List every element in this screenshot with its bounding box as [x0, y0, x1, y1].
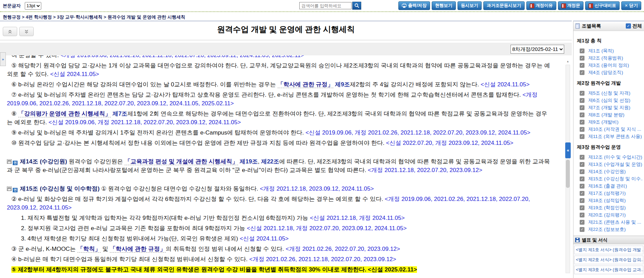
article-list-item[interactable]: ✓제6조 (심의 및 선정) [576, 97, 643, 104]
article-link[interactable]: 제3조 (용어의 정의) [588, 62, 629, 68]
content-scrollbar-thumb[interactable] [566, 160, 570, 188]
article-link[interactable]: 제11조 (외부 콘텐츠 사용) [588, 133, 642, 140]
regulation-link[interactable]: 「교육과정 편성 및 개설에 관한 시행세칙」 [125, 158, 238, 165]
article-link[interactable]: 제17조 (성적평가) [588, 190, 626, 196]
article-checkbox[interactable]: ✓ [580, 184, 584, 189]
article-link[interactable]: 제14조 (수강인원) [588, 169, 626, 175]
article-list-item[interactable]: ✓제17조 (성적평가) [576, 190, 643, 197]
article-checkbox[interactable]: ✓ [580, 113, 584, 117]
toolbar-button[interactable]: 출력/저장 [398, 1, 430, 10]
regulation-link[interactable]: 「학사에 관한 규정」 [110, 246, 165, 253]
article-link[interactable]: 제18조 (성적입력) [588, 197, 626, 204]
article-list-item[interactable]: ✓제9조 (개발비) [576, 118, 643, 126]
article-list-item[interactable]: ✓제14조 (수강인원) [576, 168, 643, 175]
article-list-item[interactable]: ✓제22조 (정보보호) [576, 226, 643, 233]
article-list-item[interactable]: ✓제7조 (개발 및 지원) [576, 104, 643, 111]
article-list-item[interactable]: ✓제1조 (목적) [576, 47, 643, 54]
article-link[interactable]: 제19조 (학점인정) [588, 205, 626, 211]
article-link[interactable]: 제10조 (저작권 및 지식 ... [588, 126, 641, 132]
article-checkbox[interactable]: ✓ [580, 205, 584, 210]
article-list-item[interactable]: ✓제3조 (용어의 정의) [576, 62, 643, 69]
article-checkbox[interactable]: ✓ [580, 105, 584, 110]
article-link[interactable]: 제22조 (정보보호) [588, 226, 626, 233]
search-button[interactable] [352, 2, 361, 10]
article-link[interactable]: 제13조 (수업개설 및 운영) [588, 161, 642, 168]
quick-scroll-handle[interactable]: » [0, 52, 6, 66]
article-checkbox[interactable]: ✓ [580, 162, 584, 167]
article-ref-link[interactable]: 제22조 [261, 158, 279, 165]
form-link[interactable]: <별지 제3호 서식> (원격수업 교과... [574, 266, 643, 274]
article-list-item[interactable]: ✓제8조 (개발 분량) [576, 111, 643, 118]
article-checkbox[interactable]: ✓ [580, 198, 584, 203]
article-link[interactable]: 제7조 (개발 및 지원) [588, 105, 630, 111]
article-checkbox[interactable]: ✓ [580, 49, 584, 53]
article-checkbox[interactable]: ✓ [580, 70, 584, 75]
article-list-item[interactable]: ✓제10조 (저작권 및 지식 ... [576, 126, 643, 133]
regulation-link[interactable]: 「학칙」 [77, 246, 101, 253]
article-list-item[interactable]: ✓제5조 (신청 및 자격) [576, 89, 643, 97]
article-ref-link[interactable]: 제9조 [335, 81, 350, 88]
article-list-item[interactable]: ✓제21조 (콘텐츠 사용 및 ... [576, 218, 643, 226]
article-checkbox[interactable]: ✓ [580, 127, 584, 132]
select-all-checkbox[interactable]: ✓ [626, 23, 631, 29]
article-checkbox[interactable]: ✓ [580, 213, 584, 217]
article-link[interactable]: 제6조 (심의 및 선정) [588, 97, 630, 104]
toolbar-button[interactable]: 동시보기 [458, 1, 482, 10]
article-link[interactable]: 제9조 (개발비) [588, 119, 619, 125]
article-list-item[interactable]: ✓제15조 (수강신청 및 이수... [576, 175, 643, 182]
toolbar-button[interactable]: 과거조문동시보기 [483, 1, 525, 10]
article-checkbox[interactable]: ✓ [580, 155, 584, 160]
toolbar-button[interactable]: 개정문 [558, 1, 584, 10]
sidebar-collapse-handle[interactable]: « [565, 142, 571, 158]
article-checkbox[interactable]: ✓ [580, 134, 584, 139]
article-link[interactable]: 제1조 (목적) [588, 48, 614, 54]
form-link[interactable]: <별지 제2호 서식> (원격수업 강의... [574, 256, 643, 264]
article-list-item[interactable]: ✓제16조 (출결 관리) [576, 182, 643, 190]
article-list-item[interactable]: ✓제13조 (수업개설 및 운영) [576, 161, 643, 168]
revision-select[interactable]: 8차개정/2025-02-11 [511, 45, 564, 54]
article-link[interactable]: 제8조 (개발 분량) [588, 112, 624, 118]
article-history-icon[interactable]: 연 [13, 188, 18, 192]
article-link[interactable]: 제16조 (출결 관리) [588, 183, 627, 189]
article-link[interactable]: 제12조 (이수 및 수업시간) [588, 154, 642, 160]
article-checkbox[interactable]: ✓ [580, 177, 584, 181]
article-ref-link[interactable]: 제19조 [240, 158, 258, 165]
article-list-item[interactable]: ✓제12조 (이수 및 수업시간) [576, 153, 643, 161]
article-link[interactable]: 제5조 (신청 및 자격) [588, 90, 630, 96]
article-print-icon[interactable] [7, 159, 12, 164]
article-list-item[interactable]: ✓제11조 (외부 콘텐츠 사용) [576, 133, 643, 140]
article-list-item[interactable]: ✓제2조 (적용범위) [576, 54, 643, 62]
article-link[interactable]: 제20조 (강의평가) [588, 212, 626, 218]
font-size-select[interactable]: 13pt [25, 2, 41, 10]
toolbar-button[interactable]: ✕닫기 [621, 1, 641, 10]
article-checkbox[interactable]: ✓ [580, 56, 584, 61]
article-history-icon[interactable]: 연 [13, 161, 18, 165]
article-checkbox[interactable]: ✓ [580, 169, 584, 174]
article-link[interactable]: 제15조 (수강신청 및 이수... [588, 176, 643, 182]
toolbar-button[interactable]: 현행보기 [432, 1, 456, 10]
article-checkbox[interactable]: ✓ [580, 220, 584, 225]
article-checkbox[interactable]: ✓ [580, 91, 584, 96]
search-input[interactable] [299, 2, 352, 9]
regulation-link[interactable]: 「강의평가 운영에 관한 시행세칙」 [18, 110, 111, 117]
sidebar-header: 조별목록 ✓ 전체 [573, 21, 644, 31]
regulation-link[interactable]: 「학사에 관한 규정」 [278, 81, 333, 88]
article-print-icon[interactable] [7, 186, 12, 191]
article-ref-link[interactable]: 제7조 [112, 110, 127, 117]
toolbar-button[interactable]: 개정이유 [526, 1, 556, 10]
toolbar-button[interactable]: 신구대비표 [585, 1, 620, 10]
article-checkbox[interactable]: ✓ [580, 98, 584, 103]
article-link[interactable]: 제2조 (적용범위) [588, 55, 623, 61]
form-link[interactable]: <별지 제1호 서식> (원격수업 개발 .. [574, 246, 643, 254]
article-checkbox[interactable]: ✓ [580, 191, 584, 196]
article-list-item[interactable]: ✓제18조 (성적입력) [576, 197, 643, 204]
article-checkbox[interactable]: ✓ [580, 227, 584, 232]
article-list-item[interactable]: ✓제4조 (담당조직) [576, 69, 643, 76]
article-list-item[interactable]: ✓제19조 (학점인정) [576, 204, 643, 211]
article-link[interactable]: 제4조 (담당조직) [588, 70, 623, 76]
article-checkbox[interactable]: ✓ [580, 120, 584, 125]
scrollbar-up-icon[interactable]: ▲ [566, 60, 570, 63]
article-list-item[interactable]: ✓제20조 (강의평가) [576, 211, 643, 218]
article-link[interactable]: 제21조 (콘텐츠 사용 및 ... [588, 219, 641, 225]
article-checkbox[interactable]: ✓ [580, 63, 584, 68]
